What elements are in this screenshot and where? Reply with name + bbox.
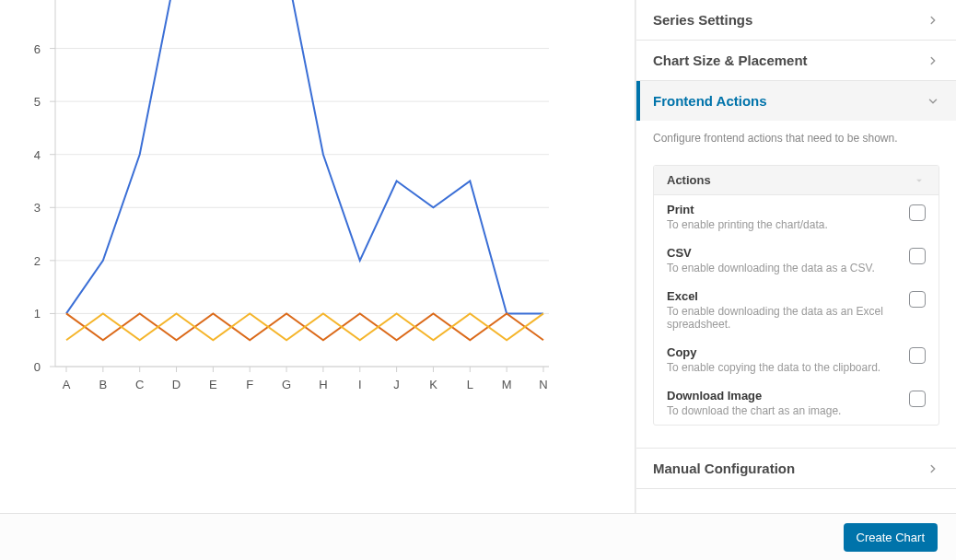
action-row: CopyTo enable copying the data to the cl… xyxy=(654,338,939,381)
y-tick-label: 0 xyxy=(34,360,41,374)
y-tick-label: 3 xyxy=(34,201,41,215)
action-row: ExcelTo enable downloading the data as a… xyxy=(654,282,939,338)
frontend-actions-body: Configure frontend actions that need to … xyxy=(636,121,956,448)
x-tick-label: A xyxy=(63,378,71,391)
action-desc: To enable copying the data to the clipbo… xyxy=(667,361,898,374)
x-tick-label: G xyxy=(282,378,291,391)
actions-header-label: Actions xyxy=(667,173,711,187)
chevron-down-icon xyxy=(927,95,939,108)
action-row: Download ImageTo download the chart as a… xyxy=(654,381,939,425)
x-tick-label: L xyxy=(467,378,473,391)
section-label: Chart Size & Placement xyxy=(653,52,808,68)
section-label: Frontend Actions xyxy=(653,93,767,109)
x-tick-label: M xyxy=(502,378,512,391)
action-desc: To download the chart as an image. xyxy=(667,404,898,417)
x-tick-label: F xyxy=(246,378,253,391)
chevron-right-icon xyxy=(927,14,939,27)
action-title: Download Image xyxy=(667,389,898,402)
chevron-right-icon xyxy=(927,54,939,67)
y-tick-label: 2 xyxy=(34,254,41,268)
settings-sidebar: Series Settings Chart Size & Placement F… xyxy=(635,0,956,513)
section-label: Series Settings xyxy=(653,12,752,28)
x-tick-label: H xyxy=(319,378,327,391)
action-checkbox[interactable] xyxy=(909,248,926,264)
frontend-actions-desc: Configure frontend actions that need to … xyxy=(653,132,939,145)
x-tick-label: I xyxy=(358,378,362,391)
y-tick-label: 4 xyxy=(34,148,41,162)
x-tick-label: E xyxy=(209,378,217,391)
action-checkbox[interactable] xyxy=(909,204,926,221)
action-checkbox[interactable] xyxy=(909,391,926,407)
action-title: Print xyxy=(667,203,898,216)
actions-header[interactable]: Actions xyxy=(654,166,939,195)
action-title: CSV xyxy=(667,246,898,260)
footer: Create Chart xyxy=(0,513,956,560)
x-tick-label: B xyxy=(99,378,108,391)
action-desc: To enable downloading the data as a CSV. xyxy=(667,262,898,274)
action-desc: To enable downloading the data as an Exc… xyxy=(667,305,898,331)
section-chart-size[interactable]: Chart Size & Placement xyxy=(636,41,956,80)
chart-pane: 0123456ABCDEFGHIJKLMN xyxy=(0,0,635,513)
action-checkbox[interactable] xyxy=(909,291,926,308)
series-line-amber xyxy=(66,313,543,340)
section-frontend-actions[interactable]: Frontend Actions xyxy=(636,81,956,121)
x-tick-label: N xyxy=(539,378,547,391)
action-desc: To enable printing the chart/data. xyxy=(667,218,898,231)
y-tick-label: 6 xyxy=(34,42,41,56)
x-tick-label: C xyxy=(135,378,144,391)
action-title: Copy xyxy=(667,345,898,359)
y-tick-label: 5 xyxy=(34,95,41,109)
line-chart: 0123456ABCDEFGHIJKLMN xyxy=(0,0,608,414)
section-manual-config[interactable]: Manual Configuration xyxy=(636,449,956,488)
action-row: PrintTo enable printing the chart/data. xyxy=(654,195,939,239)
section-series-settings[interactable]: Series Settings xyxy=(636,0,956,40)
actions-panel: Actions PrintTo enable printing the char… xyxy=(653,165,939,426)
chevron-right-icon xyxy=(927,462,939,475)
caret-down-icon xyxy=(913,174,926,187)
action-title: Excel xyxy=(667,289,898,303)
section-label: Manual Configuration xyxy=(653,461,795,476)
x-tick-label: J xyxy=(393,378,400,391)
create-chart-button[interactable]: Create Chart xyxy=(844,523,938,552)
action-row: CSVTo enable downloading the data as a C… xyxy=(654,239,939,282)
x-tick-label: K xyxy=(429,378,437,391)
series-line-blue xyxy=(66,0,543,313)
x-tick-label: D xyxy=(172,378,181,391)
action-checkbox[interactable] xyxy=(909,347,926,364)
y-tick-label: 1 xyxy=(34,307,41,321)
